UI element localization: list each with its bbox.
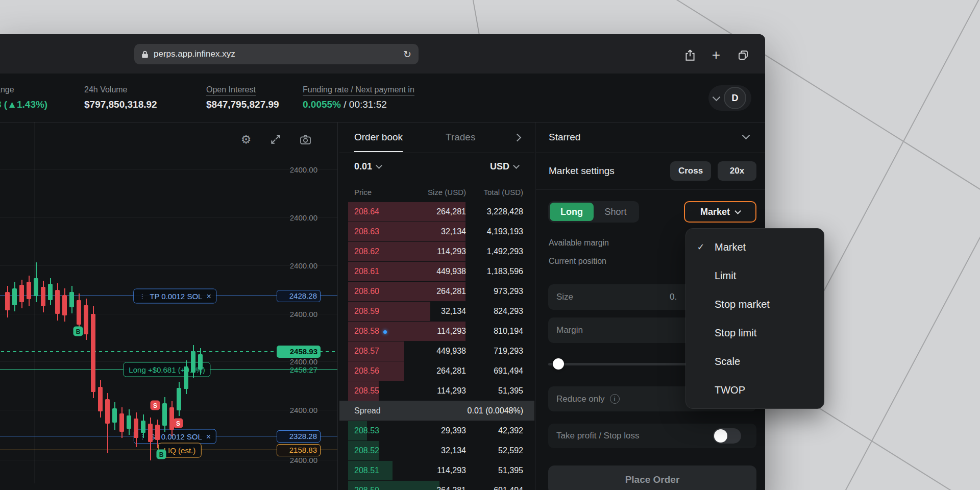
size-value: 0. bbox=[670, 292, 677, 302]
margin-mode-button[interactable]: Cross bbox=[670, 161, 711, 181]
total: 1,492,293 bbox=[466, 247, 523, 256]
grouping-value: 0.01 bbox=[354, 161, 372, 172]
orderbook-row-ask[interactable]: 208.55114,29351,395 bbox=[339, 381, 534, 401]
price: 208.63 bbox=[339, 227, 388, 236]
orderbook-row-ask[interactable]: 208.60264,281973,293 bbox=[339, 281, 534, 301]
price-axis-label-grid: 2400.00 bbox=[277, 310, 321, 318]
orderbook-header: Price Size (USD) Total (USD) bbox=[339, 183, 534, 202]
orderbook-row-ask[interactable]: 208.56264,281691,494 bbox=[339, 361, 534, 381]
order-type-button[interactable]: Market bbox=[684, 201, 756, 223]
price-axis-label-grid: 2400.00 bbox=[277, 213, 321, 222]
orderbook-row-ask[interactable]: 208.6332,1344,193,193 bbox=[339, 222, 534, 241]
candlestick bbox=[198, 354, 203, 370]
orderbook-row-ask[interactable]: 208.5932,134824,293 bbox=[339, 301, 534, 321]
sell-marker: S bbox=[174, 419, 183, 428]
orderbook-row-ask[interactable]: 208.64264,2813,228,428 bbox=[339, 202, 534, 222]
price-axis-label-cur: 2458.93 bbox=[277, 346, 321, 358]
stop-loss-tag[interactable]: ⋮ SL 0.0012 SOL × bbox=[134, 429, 216, 444]
orderbook-row-ask[interactable]: 208.61449,9381,183,596 bbox=[339, 261, 534, 281]
slider-knob[interactable] bbox=[553, 358, 564, 370]
orderbook-row-bid[interactable]: 208.50264,281691,494 bbox=[339, 480, 534, 490]
orderbook-controls: 0.01 USD bbox=[339, 153, 534, 183]
column-total: Total (USD) bbox=[466, 188, 523, 197]
spread-value: 0.01 (0.0048%) bbox=[468, 406, 523, 415]
candlestick bbox=[155, 425, 160, 440]
drag-handle-icon: ⋮ bbox=[139, 292, 145, 300]
close-icon[interactable]: × bbox=[206, 291, 211, 301]
tab-order-book[interactable]: Order book bbox=[354, 122, 403, 152]
chevron-down-icon[interactable] bbox=[742, 132, 750, 140]
margin-placeholder: Margin bbox=[556, 325, 583, 335]
chevron-down-icon bbox=[376, 162, 382, 169]
candlestick bbox=[55, 290, 60, 314]
leverage-button[interactable]: 20x bbox=[718, 161, 756, 181]
candlestick bbox=[5, 292, 10, 310]
orderbook-row-ask[interactable]: 208.57449,938719,293 bbox=[339, 341, 534, 361]
short-button[interactable]: Short bbox=[594, 203, 638, 221]
tp-sl-row: Take profit / Stop loss bbox=[548, 424, 756, 448]
last-trade-dot bbox=[383, 330, 387, 334]
candlestick bbox=[119, 413, 124, 432]
orderbook-row-bid[interactable]: 208.5329,39342,392 bbox=[339, 421, 534, 440]
size: 264,281 bbox=[388, 486, 466, 490]
chart-snapshot-button[interactable] bbox=[298, 132, 312, 146]
option-label: Limit bbox=[715, 270, 736, 282]
order-type-option-market[interactable]: ✓Market bbox=[686, 233, 824, 261]
price-axis-label-grid: 2400.00 bbox=[277, 261, 321, 270]
market-settings-label: Market settings bbox=[549, 153, 615, 189]
tab-trades[interactable]: Trades bbox=[446, 122, 475, 152]
order-type-option-stop-limit[interactable]: Stop limit bbox=[686, 318, 824, 347]
take-profit-tag[interactable]: ⋮ TP 0.0012 SOL × bbox=[133, 289, 216, 304]
place-order-button[interactable]: Place Order bbox=[548, 465, 756, 490]
desktop: perps.app.infinex.xyz ↻ + ange 3 (▲1.43%… bbox=[0, 0, 980, 490]
price: 208.50 bbox=[339, 486, 388, 490]
column-price: Price bbox=[339, 188, 388, 197]
close-icon[interactable]: × bbox=[206, 432, 211, 441]
orderbook-row-bid[interactable]: 208.51114,29351,395 bbox=[339, 460, 534, 480]
price: 208.58 bbox=[339, 327, 388, 336]
order-type-option-twop[interactable]: TWOP bbox=[686, 376, 824, 404]
price: 208.52 bbox=[339, 446, 388, 455]
price: 208.59 bbox=[339, 307, 388, 316]
tp-sl-toggle[interactable] bbox=[713, 428, 741, 444]
option-label: Scale bbox=[715, 356, 740, 368]
chart-fullscreen-button[interactable] bbox=[268, 132, 283, 146]
chart-settings-button[interactable]: ⚙ bbox=[239, 132, 253, 146]
chevron-right-icon[interactable] bbox=[513, 134, 522, 142]
position-tag[interactable]: Long +$0.681 (+0.8%) bbox=[123, 362, 210, 377]
denomination-value: USD bbox=[490, 161, 509, 172]
starred-label: Starred bbox=[549, 122, 580, 152]
total: 51,395 bbox=[466, 466, 523, 475]
price: 208.57 bbox=[339, 347, 388, 356]
price: 208.56 bbox=[339, 366, 388, 376]
size: 32,134 bbox=[388, 446, 466, 455]
total: 51,395 bbox=[466, 386, 523, 396]
candlestick bbox=[27, 282, 31, 299]
order-type-option-scale[interactable]: Scale bbox=[686, 347, 824, 376]
order-type-option-stop-market[interactable]: Stop market bbox=[686, 290, 824, 318]
candlestick bbox=[69, 292, 74, 307]
long-button[interactable]: Long bbox=[550, 203, 594, 221]
size: 29,393 bbox=[388, 426, 466, 435]
option-label: Stop limit bbox=[715, 327, 756, 339]
total: 973,293 bbox=[466, 287, 523, 296]
total: 3,228,428 bbox=[466, 207, 523, 216]
denomination-select[interactable]: USD bbox=[490, 161, 519, 172]
orderbook-row-bid[interactable]: 208.5232,13452,592 bbox=[339, 440, 534, 460]
liquidation-label: LIQ (est.) bbox=[164, 446, 196, 455]
orderbook-row-ask[interactable]: 208.62114,2931,492,293 bbox=[339, 241, 534, 261]
chart-toolbar: ⚙ bbox=[239, 132, 312, 146]
grouping-select[interactable]: 0.01 bbox=[354, 161, 381, 172]
candlestick bbox=[141, 421, 145, 433]
total: 52,592 bbox=[466, 446, 523, 455]
candlestick bbox=[98, 387, 103, 411]
sell-marker: S bbox=[151, 401, 160, 410]
orderbook-row-ask[interactable]: 208.58114,293810,194 bbox=[339, 321, 534, 341]
total: 1,183,596 bbox=[466, 267, 523, 276]
price-axis-label-grid: 2400.00 bbox=[277, 165, 321, 174]
market-settings-row: Market settings Cross 20x bbox=[536, 153, 765, 190]
total: 691,494 bbox=[466, 486, 523, 490]
gear-icon: ⚙ bbox=[241, 133, 252, 146]
order-type-option-limit[interactable]: Limit bbox=[686, 261, 824, 290]
reduce-only-label: Reduce only bbox=[556, 394, 605, 404]
